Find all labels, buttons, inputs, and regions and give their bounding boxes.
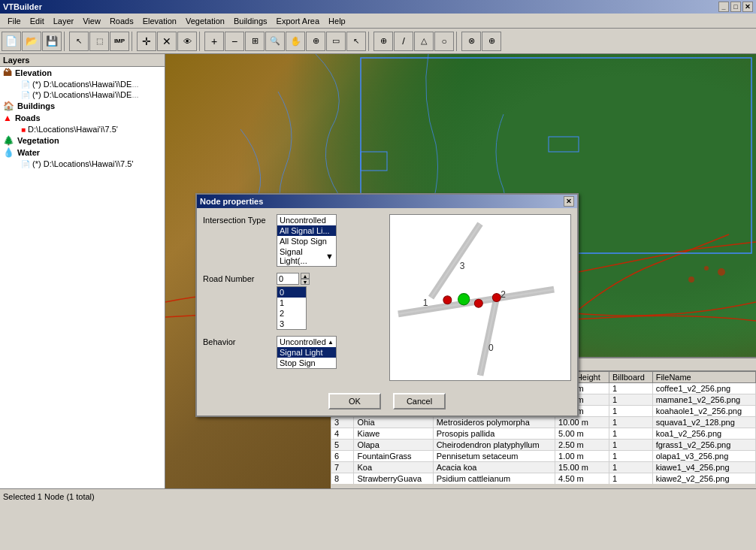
minus-tool[interactable]: ✕ (157, 32, 177, 51)
eye-tool[interactable]: 👁 (177, 32, 197, 51)
road-0[interactable]: 0 (277, 287, 306, 298)
layer-water-sub1[interactable]: 📄 (*) D:\Locations\Hawai'i\7.5' (0, 159, 165, 169)
plants-cell-filename-7: kiawe1_v4_256.png (652, 462, 755, 473)
svg-point-15 (492, 294, 500, 302)
plants-row-8[interactable]: 8StrawberryGuavaPsidium cattleianum4.50 … (331, 473, 756, 485)
menu-roads[interactable]: Roads (105, 15, 138, 27)
road-number-label: Road Number (203, 273, 271, 283)
cross-tool[interactable]: ✛ (137, 32, 156, 51)
ok-button[interactable]: OK (328, 393, 381, 409)
plants-cell-scientific-7: Acacia koa (433, 462, 555, 473)
layer-water[interactable]: 💧 Water (0, 147, 165, 159)
intersection-type-control: Uncontrolled All Signal Li... All Stop S… (277, 214, 383, 267)
new-button[interactable]: 📄 (2, 32, 21, 51)
extra1-button[interactable]: ⊗ (461, 32, 481, 51)
cancel-button[interactable]: Cancel (393, 393, 446, 409)
polygon-button[interactable]: △ (414, 32, 434, 51)
menu-edit[interactable]: Edit (26, 15, 49, 27)
layer-elevation[interactable]: 🏔 Elevation (0, 67, 165, 79)
menu-layer[interactable]: Layer (49, 15, 79, 27)
map-canvas[interactable]: Node properties ✕ Intersection Type Unco… (165, 54, 756, 488)
plants-cell-billboard-4: 1 (609, 428, 653, 440)
svg-line-7 (431, 224, 480, 298)
zoom-out-button[interactable]: − (225, 32, 244, 51)
save-button[interactable]: 💾 (42, 32, 62, 51)
circle-button[interactable]: ○ (434, 32, 454, 51)
road-3[interactable]: 3 (277, 319, 306, 329)
plants-cell-filename-2: koahaole1_v2_256.png (652, 406, 755, 417)
zoom-in-button[interactable]: + (204, 32, 224, 51)
maximize-button[interactable]: □ (730, 2, 741, 12)
menu-view[interactable]: View (78, 15, 105, 27)
road-1[interactable]: 1 (277, 298, 306, 308)
arrow-select-button[interactable]: ↖ (346, 32, 366, 51)
select-tool[interactable]: ↖ (69, 32, 89, 51)
pan-button[interactable]: ✋ (286, 32, 305, 51)
behavior-stop-sign[interactable]: Stop Sign (277, 358, 336, 368)
plants-cell-common-5: Olapa (354, 440, 433, 451)
behavior-uncontrolled[interactable]: Uncontrolled▲ (277, 337, 336, 347)
toolbar-sep-4 (368, 32, 371, 51)
dialog-title-text: Node properties (200, 197, 263, 206)
plants-row-3[interactable]: 3OhiaMetrosideros polymorpha10.00 m1squa… (331, 417, 756, 428)
menu-export-area[interactable]: Export Area (272, 15, 324, 27)
intersection-dropdown[interactable]: Uncontrolled All Signal Li... All Stop S… (277, 214, 337, 267)
select-rect-button[interactable]: ▭ (326, 32, 346, 51)
main-layout: Layers 🏔 Elevation 📄 (*) D:\Locations\Ha… (0, 54, 756, 488)
layer-buildings[interactable]: 🏠 Buildings (0, 100, 165, 112)
plants-cell-billboard-8: 1 (609, 473, 653, 485)
menu-buildings[interactable]: Buildings (229, 15, 272, 27)
rect-tool[interactable]: ⬚ (89, 32, 109, 51)
dialog-form: Intersection Type Uncontrolled All Signa… (203, 214, 383, 381)
layer-roads-sub1[interactable]: ■ D:\Locations\Hawai'i\7.5' (0, 124, 165, 134)
plants-row-4[interactable]: 4KiaweProsopis pallida5.00 m1koa1_v2_256… (331, 428, 756, 440)
layer-roads[interactable]: ▲ Roads (0, 112, 165, 124)
plants-row-6[interactable]: 6FountainGrassPennisetum setaceum1.00 m1… (331, 451, 756, 462)
close-button[interactable]: ✕ (742, 2, 753, 12)
minimize-button[interactable]: _ (718, 2, 729, 12)
crosshair-button[interactable]: ⊕ (373, 32, 393, 51)
plants-cell-height-8: 4.50 m (555, 473, 609, 485)
spinner-down[interactable]: ▼ (301, 279, 310, 285)
dropdown-uncontrolled[interactable]: Uncontrolled (277, 215, 336, 225)
plants-cell-filename-0: coffee1_v2_256.png (652, 383, 755, 394)
menu-elevation[interactable]: Elevation (138, 15, 181, 27)
extra2-button[interactable]: ⊕ (482, 32, 501, 51)
plants-cell-scientific-4: Prosopis pallida (433, 428, 555, 440)
svg-text:3: 3 (460, 261, 465, 271)
import-tool[interactable]: IMP (110, 32, 129, 51)
edit-node-button[interactable]: ⊕ (306, 32, 325, 51)
menu-vegetation[interactable]: Vegetation (181, 15, 229, 27)
behavior-signal-light[interactable]: Signal Light (277, 347, 336, 358)
dropdown-all-stop[interactable]: All Stop Sign (277, 236, 336, 246)
plants-cell-billboard-1: 1 (609, 394, 653, 406)
road-2[interactable]: 2 (277, 308, 306, 319)
dropdown-signal-light[interactable]: Signal Light(...▼ (277, 246, 336, 266)
spinner-up[interactable]: ▲ (301, 273, 310, 279)
intersection-type-label: Intersection Type (203, 214, 271, 225)
svg-text:2: 2 (500, 289, 506, 300)
menu-file[interactable]: File (3, 15, 26, 27)
plants-row-7[interactable]: 7KoaAcacia koa15.00 m1kiawe1_v4_256.png (331, 462, 756, 473)
menu-help[interactable]: Help (324, 15, 350, 27)
layer-elev-sub1[interactable]: 📄 (*) D:\Locations\Hawai'i\DE... (0, 79, 165, 89)
layer-elev-sub2[interactable]: 📄 (*) D:\Locations\Hawai'i\DE... (0, 89, 165, 100)
zoom-search-button[interactable]: 🔍 (265, 32, 285, 51)
elevation-icon: 🏔 (3, 68, 12, 78)
dialog-close-button[interactable]: ✕ (564, 196, 574, 207)
spinner-buttons: ▲ ▼ (301, 273, 310, 285)
plants-cell-billboard-6: 1 (609, 451, 653, 462)
zoom-fit-button[interactable]: ⊞ (245, 32, 265, 51)
plants-cell-filename-5: fgrass1_v2_256.png (652, 440, 755, 451)
plants-row-5[interactable]: 5OlapaCheirodendron platyphyllum2.50 m1f… (331, 440, 756, 451)
plants-cell-filename-6: olapa1_v3_256.png (652, 451, 755, 462)
dropdown-all-signal[interactable]: All Signal Li... (277, 225, 336, 236)
line-button[interactable]: / (394, 32, 413, 51)
behavior-list[interactable]: Uncontrolled▲ Signal Light Stop Sign (277, 336, 337, 369)
svg-line-9 (480, 298, 497, 376)
layer-vegetation[interactable]: 🌲 Vegetation (0, 134, 165, 147)
toolbar-sep-5 (456, 32, 459, 51)
road-number-input[interactable] (277, 273, 299, 285)
svg-point-14 (474, 299, 482, 307)
open-button[interactable]: 📂 (22, 32, 41, 51)
